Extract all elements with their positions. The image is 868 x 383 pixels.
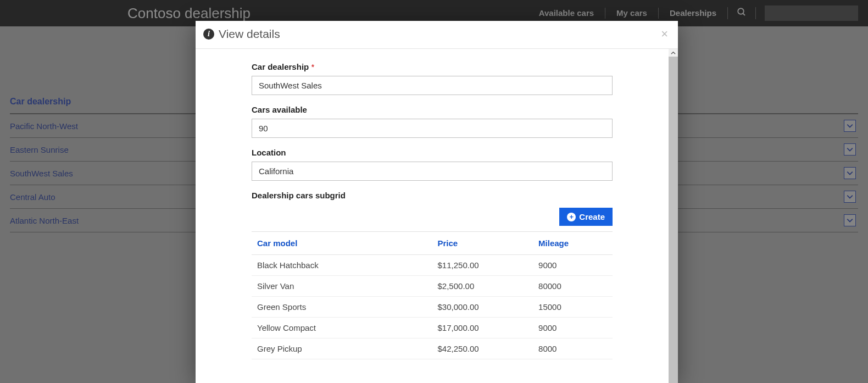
field-location: Location [252,148,613,181]
subgrid-row[interactable]: Black Hatchback $11,250.00 9000 [252,255,613,276]
subgrid-row[interactable]: Yellow Compact $17,000.00 9000 [252,318,613,338]
dealership-input[interactable] [252,76,613,95]
cell-model: Grey Pickup [252,338,432,359]
subgrid-row[interactable]: Grey Pickup $42,250.00 8000 [252,338,613,359]
cars-subgrid: Car model Price Mileage Black Hatchback … [252,231,613,359]
cell-model: Yellow Compact [252,318,432,338]
col-car-model[interactable]: Car model [252,232,432,255]
cell-mileage: 8000 [533,338,613,359]
scroll-up-arrow-icon[interactable] [669,49,678,57]
cell-price: $30,000.00 [432,297,533,318]
create-button[interactable]: + Create [559,208,613,226]
required-asterisk: * [311,62,314,71]
subgrid-title: Dealership cars subgrid [252,191,613,200]
field-label: Car dealership * [252,62,613,71]
cell-price: $42,250.00 [432,338,533,359]
cell-mileage: 9000 [533,318,613,338]
subgrid-row[interactable]: Silver Van $2,500.00 80000 [252,276,613,297]
cell-model: Black Hatchback [252,255,432,276]
cell-price: $17,000.00 [432,318,533,338]
field-cars-available: Cars available [252,105,613,138]
close-button[interactable]: × [661,28,668,40]
location-input[interactable] [252,162,613,181]
info-icon: i [203,29,214,40]
cell-mileage: 15000 [533,297,613,318]
cell-price: $2,500.00 [432,276,533,297]
modal-scrollbar[interactable] [669,49,678,383]
field-label: Location [252,148,613,157]
view-details-modal: i View details × Car dealership * Cars a… [196,21,678,383]
cell-model: Silver Van [252,276,432,297]
cell-mileage: 80000 [533,276,613,297]
modal-title: View details [219,27,280,41]
col-price[interactable]: Price [432,232,533,255]
modal-body: Car dealership * Cars available Location… [196,49,669,383]
field-label: Cars available [252,105,613,114]
col-mileage[interactable]: Mileage [533,232,613,255]
field-dealership: Car dealership * [252,62,613,95]
cell-mileage: 9000 [533,255,613,276]
cell-price: $11,250.00 [432,255,533,276]
scroll-thumb[interactable] [669,57,678,383]
modal-header: i View details × [196,21,678,49]
cars-available-input[interactable] [252,119,613,138]
cell-model: Green Sports [252,297,432,318]
subgrid-row[interactable]: Green Sports $30,000.00 15000 [252,297,613,318]
plus-icon: + [567,213,576,221]
